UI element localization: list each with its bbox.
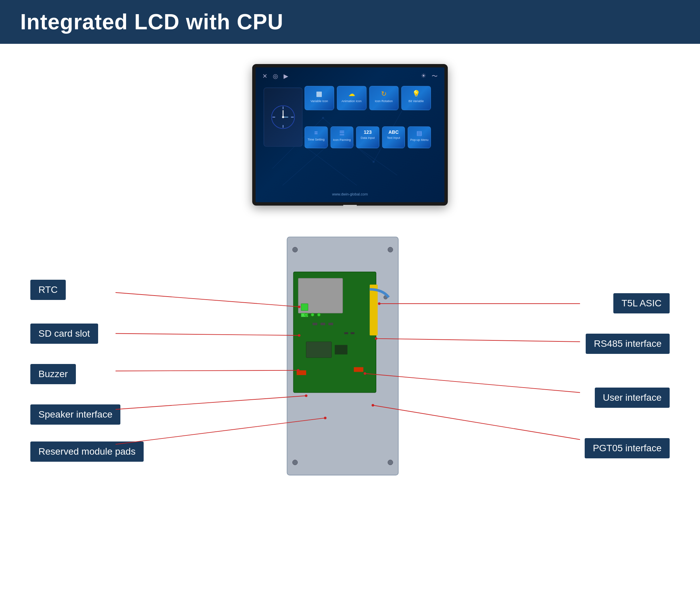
lcd-icon-text: ABC Text Input — [382, 126, 405, 148]
popup-icon: ▤ — [417, 129, 422, 137]
svg-point-24 — [384, 295, 387, 299]
svg-rect-36 — [328, 323, 333, 325]
svg-point-43 — [298, 306, 300, 308]
svg-rect-18 — [287, 237, 398, 475]
lcd-tool-wifi: 〜 — [432, 72, 438, 80]
svg-point-45 — [298, 334, 300, 337]
lcd-icon-variable: ▦ Variable Icon — [305, 86, 334, 110]
svg-line-56 — [365, 373, 580, 392]
time-icon-label: Time Setting — [308, 138, 324, 142]
svg-line-50 — [116, 418, 325, 444]
svg-point-49 — [305, 394, 308, 397]
lcd-icon-panning: ☰ Icon Panning — [330, 126, 354, 148]
panning-icon: ☰ — [339, 129, 345, 137]
svg-point-47 — [297, 369, 300, 372]
data-icon-label: Data Input — [361, 136, 375, 140]
lcd-icon-time: ≡ Time Setting — [305, 126, 328, 148]
board-diagram-section: RTC SD card slot Buzzer Speaker interfac… — [20, 226, 680, 502]
variable-icon: ▦ — [316, 90, 322, 98]
page-title: Integrated LCD with CPU — [20, 10, 680, 34]
svg-point-57 — [364, 372, 367, 375]
rotation-icon: ↻ — [381, 90, 387, 98]
svg-rect-25 — [293, 272, 376, 392]
label-buzzer: Buzzer — [30, 364, 76, 384]
svg-rect-30 — [306, 342, 331, 357]
svg-line-58 — [373, 405, 580, 439]
clock-face — [270, 105, 296, 130]
lcd-usb-connector — [343, 205, 357, 208]
svg-rect-32 — [297, 370, 306, 375]
label-user: User interface — [595, 388, 670, 408]
lcd-inner: ✕ ◎ ▶ ☀ 〜 — [255, 67, 445, 202]
lcd-icon-data: 123 Data Input — [356, 126, 379, 148]
svg-line-46 — [116, 370, 298, 371]
svg-point-59 — [372, 404, 374, 407]
text-icon-label: Text Input — [387, 136, 400, 140]
lcd-tool-play: ▶ — [283, 73, 288, 80]
animation-icon-label: Animation Icon — [342, 99, 362, 103]
time-icon: ≡ — [314, 129, 318, 137]
animation-icon: ☁ — [348, 90, 355, 98]
lcd-icon-rotation: ↻ Icon Rotation — [369, 86, 399, 110]
svg-point-40 — [311, 313, 314, 316]
page-header: Integrated LCD with CPU — [0, 0, 700, 44]
svg-point-39 — [305, 313, 308, 316]
lcd-clock-widget — [264, 87, 302, 147]
svg-point-51 — [324, 417, 327, 419]
lcd-screen: ✕ ◎ ▶ ☀ 〜 — [252, 64, 448, 206]
svg-point-19 — [292, 247, 297, 252]
svg-rect-27 — [301, 304, 308, 311]
popup-icon-label: Pop-up Menu — [410, 138, 429, 142]
main-content: ✕ ◎ ▶ ☀ 〜 — [0, 57, 700, 523]
svg-point-53 — [378, 302, 381, 305]
lcd-icon-bit: 💡 Bit Variable — [401, 86, 431, 110]
label-speaker: Speaker interface — [30, 404, 120, 424]
svg-rect-38 — [351, 332, 354, 334]
svg-rect-34 — [313, 323, 317, 325]
svg-point-22 — [388, 460, 393, 465]
svg-line-54 — [376, 339, 580, 342]
bit-icon: 💡 — [412, 90, 420, 98]
svg-line-44 — [116, 334, 299, 336]
lcd-toolbar: ✕ ◎ ▶ ☀ 〜 — [262, 72, 438, 80]
label-t5l: T5L ASIC — [613, 293, 670, 314]
lcd-icon-row1: ▦ Variable Icon ☁ Animation Icon ↻ Icon … — [305, 86, 431, 110]
svg-point-20 — [388, 247, 393, 252]
svg-point-55 — [375, 337, 377, 340]
lcd-toolbar-right: ☀ 〜 — [421, 72, 438, 80]
svg-point-23 — [298, 346, 301, 350]
bit-icon-label: Bit Variable — [408, 99, 423, 103]
svg-rect-35 — [320, 323, 325, 325]
svg-rect-37 — [344, 332, 348, 334]
lcd-tool-wrench: ✕ — [262, 73, 267, 80]
svg-rect-26 — [298, 278, 343, 314]
svg-rect-31 — [335, 345, 348, 354]
svg-line-42 — [116, 292, 299, 307]
svg-point-21 — [292, 460, 297, 465]
lcd-icon-row2: ≡ Time Setting ☰ Icon Panning 123 Data I… — [305, 126, 431, 148]
label-reserved: Reserved module pads — [30, 442, 144, 462]
label-rs485: RS485 interface — [586, 334, 670, 354]
svg-point-41 — [317, 313, 320, 316]
lcd-icon-popup: ▤ Pop-up Menu — [408, 126, 431, 148]
lcd-display-section: ✕ ◎ ▶ ☀ 〜 — [20, 64, 680, 206]
label-sd-card: SD card slot — [30, 323, 98, 344]
variable-icon-label: Variable Icon — [311, 99, 328, 103]
panning-icon-label: Icon Panning — [333, 138, 351, 142]
svg-rect-28 — [301, 313, 308, 317]
lcd-toolbar-left: ✕ ◎ ▶ — [262, 73, 288, 80]
lcd-tool-eye: ◎ — [273, 73, 278, 80]
label-pgt05: PGT05 interface — [585, 438, 670, 458]
svg-point-7 — [373, 161, 375, 163]
svg-line-48 — [116, 396, 306, 410]
svg-point-6 — [322, 117, 324, 119]
svg-rect-33 — [354, 367, 363, 372]
data-icon: 123 — [364, 129, 372, 135]
lcd-url: www.dwin-global.com — [332, 192, 368, 196]
svg-rect-29 — [370, 285, 378, 335]
svg-point-17 — [282, 116, 284, 118]
text-icon: ABC — [388, 129, 399, 135]
lcd-icon-animation: ☁ Animation Icon — [337, 86, 367, 110]
lcd-tool-brightness: ☀ — [421, 72, 426, 80]
rotation-icon-label: Icon Rotation — [375, 99, 393, 103]
